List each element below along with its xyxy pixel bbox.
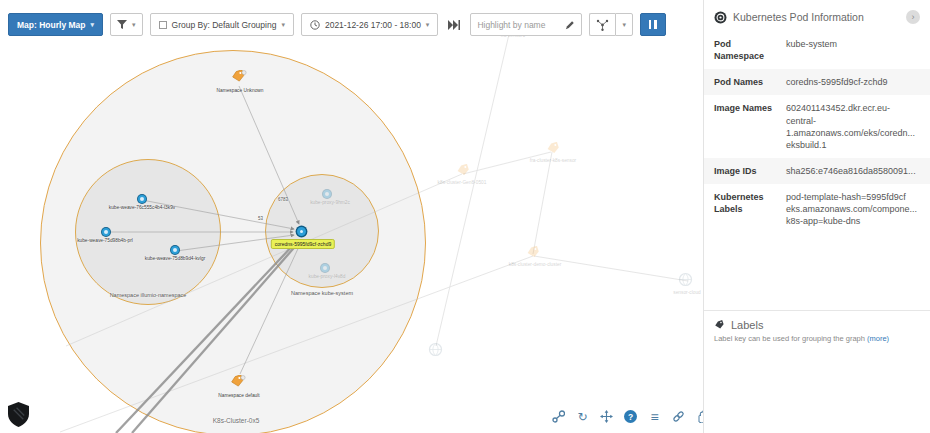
namespace-circle-left[interactable] bbox=[75, 159, 221, 305]
move-icon[interactable] bbox=[599, 409, 614, 424]
row-value: pod-template-hash=5995fd9cf eks.amazonaw… bbox=[786, 191, 920, 227]
help-button[interactable]: ? bbox=[623, 409, 638, 424]
labels-section-description: Label key can be used for grouping the g… bbox=[714, 334, 920, 343]
time-range-button[interactable]: 2021-12-26 17:00 - 18:00 ▾ bbox=[301, 13, 438, 36]
pod-node[interactable] bbox=[138, 195, 146, 203]
pod-node[interactable] bbox=[102, 228, 110, 236]
edge-port-label: 53 bbox=[258, 216, 263, 221]
pod-icon bbox=[714, 11, 727, 24]
pause-button[interactable] bbox=[640, 13, 666, 36]
collapse-panel-button[interactable]: › bbox=[906, 10, 920, 24]
grouping-icon bbox=[159, 21, 167, 29]
tag-icon bbox=[714, 320, 726, 331]
pod-node-faded[interactable] bbox=[323, 190, 331, 198]
more-link[interactable]: (more) bbox=[867, 334, 889, 343]
map-toolbar: Map: Hourly Map ▾ ▾ Group By: Default Gr… bbox=[8, 13, 666, 36]
row-label: Pod Namespace bbox=[714, 38, 786, 62]
panel-header: Kubernetes Pod Information › bbox=[704, 0, 930, 31]
pod-node[interactable] bbox=[171, 246, 179, 254]
selected-pod-label-chip[interactable]: coredns-5995fd9cf-zchd9 bbox=[271, 239, 335, 249]
labels-section: Labels Label key can be used for groupin… bbox=[704, 310, 930, 351]
highlight-input[interactable] bbox=[477, 20, 561, 30]
pod-node-label: kube-weave-75d98b4b-prl bbox=[77, 238, 133, 243]
cluster-caption: K8s-Cluster-0x5 bbox=[213, 417, 260, 424]
group-by-button[interactable]: Group By: Default Grouping ▾ bbox=[150, 13, 294, 36]
pause-icon bbox=[649, 20, 652, 29]
faded-tag-icon[interactable] bbox=[546, 142, 562, 160]
filter-button[interactable]: ▾ bbox=[110, 13, 143, 36]
namespace-tag-icon[interactable] bbox=[230, 375, 246, 393]
row-value: sha256:e746ea816da8580091... bbox=[786, 165, 920, 177]
list-view-icon[interactable]: ≡ bbox=[647, 409, 662, 424]
namespace-tag-icon[interactable] bbox=[231, 70, 247, 88]
chevron-down-icon: ▾ bbox=[281, 21, 285, 28]
row-value: kube-system bbox=[786, 38, 920, 62]
pod-node-label: kube-weave-76c555c4b4-l3k9v bbox=[109, 205, 175, 210]
filter-icon bbox=[117, 20, 127, 29]
info-row: Image Names 602401143452.dkr.ecr.eu- cen… bbox=[704, 95, 930, 158]
faded-globe-icon[interactable] bbox=[678, 272, 693, 291]
help-icon: ? bbox=[624, 410, 637, 423]
row-label: Image Names bbox=[714, 102, 786, 151]
labels-section-title: Labels bbox=[731, 319, 763, 331]
map-type-button[interactable]: Map: Hourly Map ▾ bbox=[8, 13, 103, 36]
trace-split-button: ▾ bbox=[589, 13, 633, 36]
pod-information-panel: Kubernetes Pod Information › Pod Namespa… bbox=[703, 0, 930, 433]
faded-globe-icon[interactable] bbox=[428, 342, 443, 361]
namespace-caption-right: Namespace kube-system bbox=[291, 290, 353, 296]
skip-to-end-icon bbox=[448, 20, 460, 30]
row-value: coredns-5995fd9cf-zchd9 bbox=[786, 76, 920, 88]
namespace-caption-left: Namespace illumio-namespace bbox=[110, 292, 187, 298]
chevron-right-icon: › bbox=[912, 12, 915, 22]
highlight-search-box[interactable] bbox=[470, 13, 582, 36]
link-icon[interactable] bbox=[671, 409, 686, 424]
selected-pod-node[interactable] bbox=[297, 227, 306, 236]
panel-title: Kubernetes Pod Information bbox=[733, 11, 900, 23]
pod-node-label: kube-proxy-l4v8d bbox=[309, 274, 346, 279]
network-map[interactable]: kube-weave-76c555c4b4-l3k9v kube-weave-7… bbox=[0, 0, 703, 433]
chevron-down-icon: ▾ bbox=[132, 21, 136, 28]
namespace-tag-label: Namespace default bbox=[218, 393, 259, 398]
graph-nodes-icon[interactable] bbox=[551, 409, 566, 424]
info-row: Image IDs sha256:e746ea816da8580091... bbox=[704, 158, 930, 184]
group-by-label: Group By: Default Grouping bbox=[172, 20, 277, 30]
pod-node-faded[interactable] bbox=[321, 264, 329, 272]
edge-port-label: 6783 bbox=[278, 197, 288, 202]
chevron-down-icon: ▾ bbox=[426, 21, 430, 28]
refresh-icon[interactable]: ↻ bbox=[575, 409, 590, 424]
row-label: Image IDs bbox=[714, 165, 786, 177]
info-row: Pod Names coredns-5995fd9cf-zchd9 bbox=[704, 69, 930, 95]
skip-to-latest-button[interactable] bbox=[445, 17, 463, 32]
chevron-down-icon: ▾ bbox=[90, 21, 94, 28]
pod-node-label: kube-proxy-9hm2c bbox=[310, 200, 350, 205]
info-row: Pod Namespace kube-system bbox=[704, 31, 930, 69]
row-label: Kubernetes Labels bbox=[714, 191, 786, 227]
clock-icon bbox=[310, 20, 320, 30]
faded-tag-icon[interactable] bbox=[456, 164, 472, 182]
trace-dropdown-button[interactable]: ▾ bbox=[615, 13, 633, 36]
time-range-label: 2021-12-26 17:00 - 18:00 bbox=[325, 20, 421, 30]
pod-node-label: kube-weave-75d8b9d4-kvlgr bbox=[145, 256, 206, 261]
namespace-tag-label: Namespace Unknown bbox=[217, 88, 264, 93]
row-value: 602401143452.dkr.ecr.eu- central- 1.amaz… bbox=[786, 102, 920, 151]
faded-tag-icon[interactable] bbox=[526, 246, 542, 264]
info-row: Kubernetes Labels pod-template-hash=5995… bbox=[704, 184, 930, 234]
connected-nodes-icon bbox=[596, 19, 609, 31]
shield-logo bbox=[8, 402, 29, 431]
pencil-icon bbox=[565, 20, 575, 30]
row-label: Pod Names bbox=[714, 76, 786, 88]
trace-button[interactable] bbox=[589, 13, 615, 36]
chevron-down-icon: ▾ bbox=[622, 21, 626, 28]
map-type-label: Map: Hourly Map bbox=[17, 20, 85, 30]
